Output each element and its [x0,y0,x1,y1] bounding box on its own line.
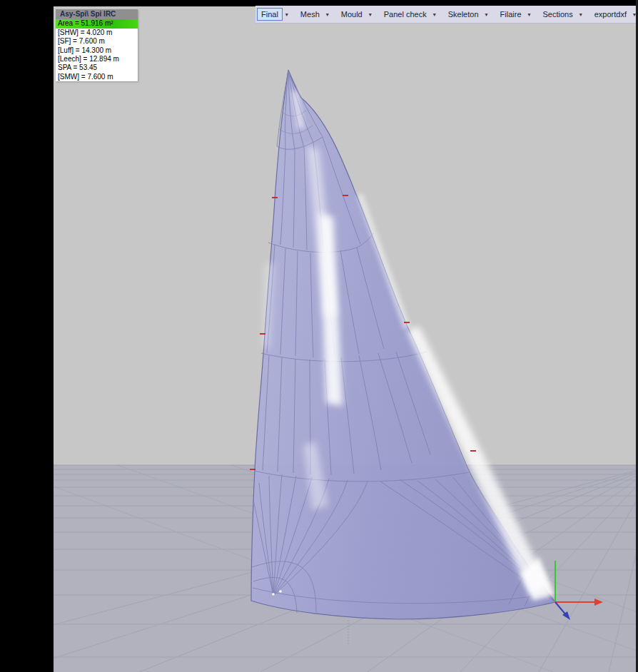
toolbar-item-sections[interactable]: Sections ▾ [540,8,584,21]
sail-name-title: Asy-Spi\ Spi IRC [56,9,138,19]
app-window: Final ▾ Mesh ▾ Mould ▾ Panel check ▾ Ske… [0,0,638,672]
measurement-spa: SPA = 53.45 [56,63,138,72]
mesh-button[interactable]: Mesh [297,8,323,21]
measurement-leech: [Leech] = 12.894 m [56,55,138,63]
toolbar-item-panel-check[interactable]: Panel check ▾ [380,8,438,21]
measurement-smw: [SMW] = 7.600 m [56,73,138,81]
toolbar-item-filaire[interactable]: Filaire ▾ [497,8,533,21]
measurement-area: Area = 51.916 m² [56,19,138,28]
filaire-button[interactable]: Filaire [497,8,525,21]
measurement-shw: [SHW] = 4.020 m [56,29,138,37]
viewport-3d[interactable] [54,6,636,672]
sail-measurements-panel: Asy-Spi\ Spi IRC Area = 51.916 m² [SHW] … [56,9,138,81]
measurement-sf: [SF] = 7.600 m [56,37,138,46]
sections-button[interactable]: Sections [540,8,577,21]
panel-check-button[interactable]: Panel check [380,8,430,21]
toolbar-item-skeleton[interactable]: Skeleton ▾ [445,8,490,21]
chevron-down-icon[interactable]: ▾ [283,11,290,18]
toolbar-item-mould[interactable]: Mould ▾ [338,8,374,21]
toolbar-item-exportdxf[interactable]: exportdxf ▾ [591,8,638,21]
chevron-down-icon[interactable]: ▾ [577,11,584,18]
exportdxf-button[interactable]: exportdxf [591,8,630,21]
chevron-down-icon[interactable]: ▾ [367,11,374,18]
chevron-down-icon[interactable]: ▾ [526,11,533,18]
chevron-down-icon[interactable]: ▾ [324,11,331,18]
mould-button[interactable]: Mould [338,8,366,21]
toolbar: Final ▾ Mesh ▾ Mould ▾ Panel check ▾ Ske… [255,6,636,24]
chevron-down-icon[interactable]: ▾ [483,11,490,18]
sail-3d-scene [54,6,636,672]
final-button[interactable]: Final [257,8,283,21]
chevron-down-icon[interactable]: ▾ [431,11,438,18]
skeleton-button[interactable]: Skeleton [445,8,482,21]
toolbar-item-mesh[interactable]: Mesh ▾ [297,8,331,21]
measurement-luff: [Luff] = 14.300 m [56,46,138,55]
toolbar-item-final[interactable]: Final ▾ [257,8,290,21]
